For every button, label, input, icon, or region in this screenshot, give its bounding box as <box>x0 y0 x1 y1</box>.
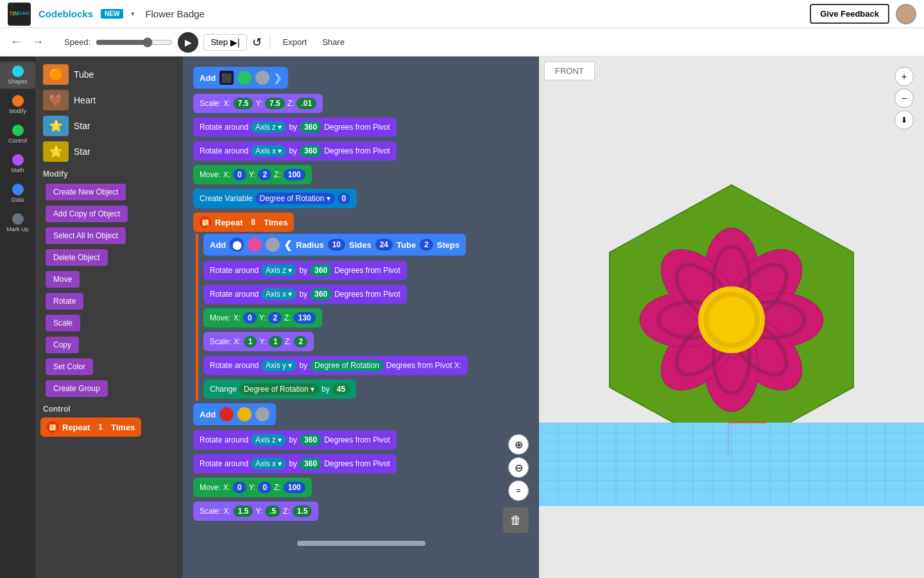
export-button[interactable]: Export <box>278 35 312 49</box>
move-z-val-2: 130 <box>294 312 316 324</box>
rotate-suffix-4: Degrees from Pivot <box>334 290 400 299</box>
zoom-in-button[interactable]: ⊕ <box>508 434 529 455</box>
share-button[interactable]: Share <box>317 35 350 49</box>
step-button[interactable]: Step ▶| <box>203 34 246 51</box>
change-button[interactable]: Change Degree of Rotation ▾ by 45 <box>203 380 356 399</box>
rotate-block[interactable]: Rotate <box>46 293 83 310</box>
move-button-1[interactable]: Move: X: 0 Y: 2 Z: 100 <box>193 165 312 184</box>
select-all-block[interactable]: Select All In Object <box>46 227 126 244</box>
category-math[interactable]: Math <box>0 150 35 177</box>
scale-y-val-2: 1 <box>269 336 282 347</box>
move-y-label-2: Y: <box>259 313 266 322</box>
category-modify[interactable]: Modify <box>0 91 35 118</box>
repeat-bottom-block[interactable]: 🔁 Repeat 1 Times <box>40 417 141 437</box>
tube-name: Tube <box>74 69 94 80</box>
app-name[interactable]: Codeblocks <box>38 8 93 19</box>
rotate-button-7[interactable]: Rotate around Axis x ▾ by 360 Degrees fr… <box>193 454 397 473</box>
create-new-object-block[interactable]: Create New Object <box>46 184 126 200</box>
add-button-2[interactable]: Add ⬤ ❮ Radius 10 Sides 24 Tube 2 Steps <box>203 234 466 256</box>
list-item-star1[interactable]: ⭐ Star <box>35 113 183 139</box>
repeat-main-label: Repeat <box>215 218 243 227</box>
view-zoom-in-button[interactable]: + <box>894 67 914 86</box>
scale-label-3: Scale: <box>200 507 221 516</box>
rotate-button-6[interactable]: Rotate around Axis z ▾ by 360 Degrees fr… <box>193 430 397 450</box>
create-group-block[interactable]: Create Group <box>46 380 108 397</box>
view-home-button[interactable]: ⬇ <box>894 110 914 130</box>
add-copy-block[interactable]: Add Copy of Object <box>46 206 128 222</box>
gray-icon-3 <box>255 407 270 421</box>
repeat-main-button[interactable]: 🔁 Repeat 8 Times <box>193 213 294 232</box>
change-block: Change Degree of Rotation ▾ by 45 <box>203 380 529 401</box>
rotate-button-3[interactable]: Rotate around Axis z ▾ by 360 Degrees fr… <box>203 261 407 280</box>
zoom-reset-button[interactable]: = <box>508 480 529 501</box>
change-var-dropdown[interactable]: Degree of Rotation ▾ <box>239 383 319 395</box>
createvar-button[interactable]: Create Variable Degree of Rotation ▾ 0 <box>193 189 357 208</box>
rotate-label-3: Rotate around <box>210 266 259 275</box>
degree-of-rotation-var[interactable]: Degree of Rotation <box>310 360 384 371</box>
logo[interactable]: TIN CAD <box>8 3 31 26</box>
category-control[interactable]: Control <box>0 121 35 148</box>
category-data[interactable]: Data <box>0 180 35 207</box>
scale-x-val-1: 7.5 <box>234 98 253 109</box>
varname-dropdown[interactable]: Degree of Rotation ▾ <box>255 193 335 204</box>
give-feedback-button[interactable]: Give Feedback <box>810 4 889 24</box>
scale-button-3[interactable]: Scale: X: 1.5 Y: .5 Z: 1.5 <box>193 502 318 521</box>
rotate-button-4[interactable]: Rotate around Axis x ▾ by 360 Degrees fr… <box>203 285 407 304</box>
delete-object-block[interactable]: Delete Object <box>46 249 108 266</box>
rotate-block-2: Rotate around Axis x ▾ by 360 Degrees fr… <box>193 141 529 162</box>
code-scrollbar[interactable] <box>297 541 425 546</box>
move-x-val-1: 0 <box>233 169 246 180</box>
zoom-out-button[interactable]: ⊖ <box>508 457 529 478</box>
set-color-block[interactable]: Set Color <box>46 358 93 375</box>
list-item-star2[interactable]: ⭐ Star <box>35 139 183 164</box>
rotate-button-5[interactable]: Rotate around Axis y ▾ by Degree of Rota… <box>203 356 468 375</box>
rotate-val-2: 360 <box>300 145 321 157</box>
project-title[interactable]: Flower Badge <box>145 8 205 19</box>
axis-x-dropdown-2[interactable]: Axis x ▾ <box>261 288 296 300</box>
avatar[interactable] <box>896 4 916 24</box>
rotate-suffix-7: Degrees from Pivot <box>324 459 390 468</box>
scale-z-label-3: Z: <box>283 507 290 516</box>
view-zoom-out-button[interactable]: − <box>894 89 914 108</box>
move-y-label-1: Y: <box>249 170 256 179</box>
scene-svg <box>539 140 924 512</box>
move-z-label-2: Z: <box>284 313 291 322</box>
code-editor[interactable]: Add ⬛ ❯ Scale: X: 7.5 Y: 7.5 Z: .01 Rota… <box>183 57 539 578</box>
move-button-3[interactable]: Move: X: 0 Y: 0 Z: 100 <box>193 478 312 497</box>
rotate-button-2[interactable]: Rotate around Axis x ▾ by 360 Degrees fr… <box>193 141 397 161</box>
scale-button-1[interactable]: Scale: X: 7.5 Y: 7.5 Z: .01 <box>193 94 323 113</box>
copy-block[interactable]: Copy <box>46 337 79 353</box>
category-shapes[interactable]: Shapes <box>0 62 35 89</box>
undo-button[interactable]: ← <box>8 33 24 51</box>
add-button-1[interactable]: Add ⬛ ❯ <box>193 67 288 89</box>
axis-z-dropdown-2[interactable]: Axis z ▾ <box>261 265 296 276</box>
scale-button-2[interactable]: Scale: X: 1 Y: 1 Z: 2 <box>203 332 314 351</box>
play-button[interactable]: ▶ <box>178 32 198 53</box>
create-group-row: Create Group <box>35 378 183 399</box>
move-block[interactable]: Move <box>46 271 80 288</box>
scale-x-val-3: 1.5 <box>234 505 253 517</box>
3d-scene[interactable] <box>539 140 924 512</box>
redo-button[interactable]: → <box>30 33 46 51</box>
move-x-label-3: X: <box>223 483 230 492</box>
axis-y-dropdown[interactable]: Axis y ▾ <box>261 360 296 371</box>
axis-z-dropdown-1[interactable]: Axis z ▾ <box>251 121 286 133</box>
sides-label: Sides <box>349 240 372 250</box>
reset-button[interactable]: ↺ <box>252 35 262 49</box>
category-markup[interactable]: Mark Up <box>0 209 35 236</box>
shapes-dot <box>12 66 24 77</box>
set-color-row: Set Color <box>35 356 183 378</box>
list-item-heart[interactable]: 🤎 Heart <box>35 87 183 113</box>
axis-z-dropdown-3[interactable]: Axis z ▾ <box>251 434 286 446</box>
list-item-tube[interactable]: 🟠 Tube <box>35 62 183 87</box>
trash-button[interactable]: 🗑 <box>503 507 529 533</box>
add-button-3[interactable]: Add <box>193 403 276 425</box>
speed-slider[interactable] <box>96 37 173 48</box>
scale-block[interactable]: Scale <box>46 315 80 331</box>
axis-x-dropdown-3[interactable]: Axis x ▾ <box>251 458 286 469</box>
axis-x-dropdown-1[interactable]: Axis x ▾ <box>251 145 286 157</box>
move-button-2[interactable]: Move: X: 0 Y: 2 Z: 130 <box>203 308 322 328</box>
pink-icon <box>248 238 262 252</box>
rotate-button-1[interactable]: Rotate around Axis z ▾ by 360 Degrees fr… <box>193 118 397 137</box>
chevron-down-icon[interactable]: ▾ <box>131 10 135 18</box>
